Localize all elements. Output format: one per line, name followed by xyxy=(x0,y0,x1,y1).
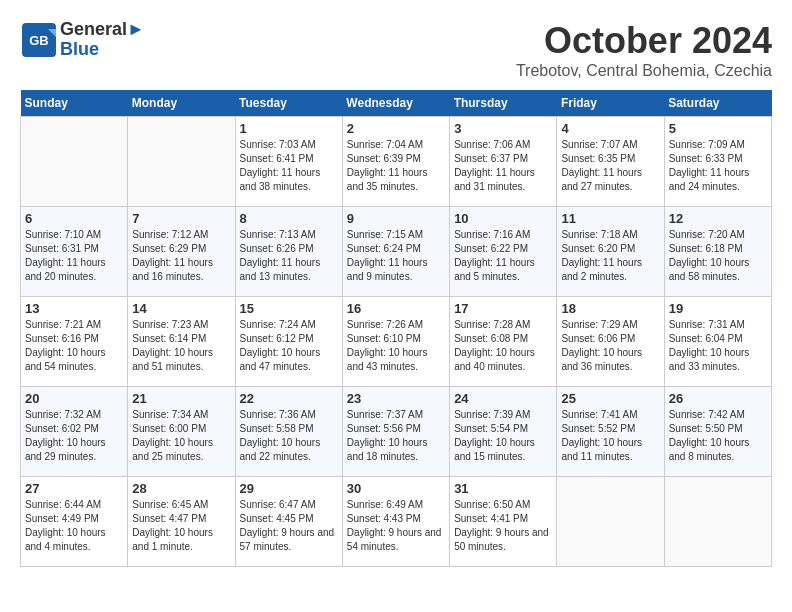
day-number: 22 xyxy=(240,391,338,406)
calendar-cell: 20Sunrise: 7:32 AM Sunset: 6:02 PM Dayli… xyxy=(21,387,128,477)
weekday-header-row: SundayMondayTuesdayWednesdayThursdayFrid… xyxy=(21,90,772,117)
calendar-cell: 11Sunrise: 7:18 AM Sunset: 6:20 PM Dayli… xyxy=(557,207,664,297)
calendar-cell: 6Sunrise: 7:10 AM Sunset: 6:31 PM Daylig… xyxy=(21,207,128,297)
day-number: 20 xyxy=(25,391,123,406)
day-number: 4 xyxy=(561,121,659,136)
calendar-cell: 12Sunrise: 7:20 AM Sunset: 6:18 PM Dayli… xyxy=(664,207,771,297)
day-number: 27 xyxy=(25,481,123,496)
calendar-cell: 16Sunrise: 7:26 AM Sunset: 6:10 PM Dayli… xyxy=(342,297,449,387)
calendar-table: SundayMondayTuesdayWednesdayThursdayFrid… xyxy=(20,90,772,567)
day-number: 14 xyxy=(132,301,230,316)
day-info: Sunrise: 7:09 AM Sunset: 6:33 PM Dayligh… xyxy=(669,138,767,194)
day-info: Sunrise: 7:23 AM Sunset: 6:14 PM Dayligh… xyxy=(132,318,230,374)
calendar-cell: 25Sunrise: 7:41 AM Sunset: 5:52 PM Dayli… xyxy=(557,387,664,477)
day-info: Sunrise: 7:06 AM Sunset: 6:37 PM Dayligh… xyxy=(454,138,552,194)
day-number: 18 xyxy=(561,301,659,316)
weekday-header-monday: Monday xyxy=(128,90,235,117)
weekday-header-saturday: Saturday xyxy=(664,90,771,117)
day-info: Sunrise: 7:13 AM Sunset: 6:26 PM Dayligh… xyxy=(240,228,338,284)
day-number: 6 xyxy=(25,211,123,226)
day-number: 25 xyxy=(561,391,659,406)
calendar-week-row: 20Sunrise: 7:32 AM Sunset: 6:02 PM Dayli… xyxy=(21,387,772,477)
day-number: 29 xyxy=(240,481,338,496)
calendar-cell: 4Sunrise: 7:07 AM Sunset: 6:35 PM Daylig… xyxy=(557,117,664,207)
weekday-header-tuesday: Tuesday xyxy=(235,90,342,117)
day-info: Sunrise: 7:18 AM Sunset: 6:20 PM Dayligh… xyxy=(561,228,659,284)
day-number: 19 xyxy=(669,301,767,316)
calendar-cell xyxy=(557,477,664,567)
day-info: Sunrise: 7:42 AM Sunset: 5:50 PM Dayligh… xyxy=(669,408,767,464)
day-info: Sunrise: 7:36 AM Sunset: 5:58 PM Dayligh… xyxy=(240,408,338,464)
logo: GB General► Blue xyxy=(20,20,145,60)
calendar-cell: 15Sunrise: 7:24 AM Sunset: 6:12 PM Dayli… xyxy=(235,297,342,387)
day-number: 13 xyxy=(25,301,123,316)
calendar-cell: 5Sunrise: 7:09 AM Sunset: 6:33 PM Daylig… xyxy=(664,117,771,207)
weekday-header-sunday: Sunday xyxy=(21,90,128,117)
day-info: Sunrise: 6:45 AM Sunset: 4:47 PM Dayligh… xyxy=(132,498,230,554)
day-info: Sunrise: 7:32 AM Sunset: 6:02 PM Dayligh… xyxy=(25,408,123,464)
day-info: Sunrise: 7:31 AM Sunset: 6:04 PM Dayligh… xyxy=(669,318,767,374)
day-info: Sunrise: 6:47 AM Sunset: 4:45 PM Dayligh… xyxy=(240,498,338,554)
day-info: Sunrise: 7:16 AM Sunset: 6:22 PM Dayligh… xyxy=(454,228,552,284)
day-number: 3 xyxy=(454,121,552,136)
day-number: 17 xyxy=(454,301,552,316)
day-number: 9 xyxy=(347,211,445,226)
day-number: 24 xyxy=(454,391,552,406)
day-info: Sunrise: 7:04 AM Sunset: 6:39 PM Dayligh… xyxy=(347,138,445,194)
svg-text:GB: GB xyxy=(29,33,49,48)
weekday-header-friday: Friday xyxy=(557,90,664,117)
day-info: Sunrise: 7:37 AM Sunset: 5:56 PM Dayligh… xyxy=(347,408,445,464)
calendar-cell: 22Sunrise: 7:36 AM Sunset: 5:58 PM Dayli… xyxy=(235,387,342,477)
day-number: 1 xyxy=(240,121,338,136)
day-info: Sunrise: 7:21 AM Sunset: 6:16 PM Dayligh… xyxy=(25,318,123,374)
day-info: Sunrise: 6:44 AM Sunset: 4:49 PM Dayligh… xyxy=(25,498,123,554)
day-number: 21 xyxy=(132,391,230,406)
day-info: Sunrise: 7:15 AM Sunset: 6:24 PM Dayligh… xyxy=(347,228,445,284)
calendar-week-row: 27Sunrise: 6:44 AM Sunset: 4:49 PM Dayli… xyxy=(21,477,772,567)
day-number: 5 xyxy=(669,121,767,136)
day-number: 8 xyxy=(240,211,338,226)
logo-line2: Blue xyxy=(60,40,145,60)
logo-icon: GB xyxy=(20,21,58,59)
calendar-cell: 8Sunrise: 7:13 AM Sunset: 6:26 PM Daylig… xyxy=(235,207,342,297)
calendar-cell: 18Sunrise: 7:29 AM Sunset: 6:06 PM Dayli… xyxy=(557,297,664,387)
calendar-cell: 9Sunrise: 7:15 AM Sunset: 6:24 PM Daylig… xyxy=(342,207,449,297)
day-info: Sunrise: 7:26 AM Sunset: 6:10 PM Dayligh… xyxy=(347,318,445,374)
calendar-cell: 1Sunrise: 7:03 AM Sunset: 6:41 PM Daylig… xyxy=(235,117,342,207)
calendar-cell: 10Sunrise: 7:16 AM Sunset: 6:22 PM Dayli… xyxy=(450,207,557,297)
day-number: 30 xyxy=(347,481,445,496)
day-info: Sunrise: 7:07 AM Sunset: 6:35 PM Dayligh… xyxy=(561,138,659,194)
calendar-cell: 13Sunrise: 7:21 AM Sunset: 6:16 PM Dayli… xyxy=(21,297,128,387)
day-info: Sunrise: 7:03 AM Sunset: 6:41 PM Dayligh… xyxy=(240,138,338,194)
calendar-week-row: 13Sunrise: 7:21 AM Sunset: 6:16 PM Dayli… xyxy=(21,297,772,387)
day-info: Sunrise: 7:28 AM Sunset: 6:08 PM Dayligh… xyxy=(454,318,552,374)
calendar-cell: 3Sunrise: 7:06 AM Sunset: 6:37 PM Daylig… xyxy=(450,117,557,207)
calendar-week-row: 1Sunrise: 7:03 AM Sunset: 6:41 PM Daylig… xyxy=(21,117,772,207)
day-number: 31 xyxy=(454,481,552,496)
calendar-cell: 24Sunrise: 7:39 AM Sunset: 5:54 PM Dayli… xyxy=(450,387,557,477)
calendar-cell: 31Sunrise: 6:50 AM Sunset: 4:41 PM Dayli… xyxy=(450,477,557,567)
calendar-cell: 7Sunrise: 7:12 AM Sunset: 6:29 PM Daylig… xyxy=(128,207,235,297)
day-info: Sunrise: 7:39 AM Sunset: 5:54 PM Dayligh… xyxy=(454,408,552,464)
day-info: Sunrise: 7:20 AM Sunset: 6:18 PM Dayligh… xyxy=(669,228,767,284)
title-block: October 2024 Trebotov, Central Bohemia, … xyxy=(516,20,772,80)
month-title: October 2024 xyxy=(516,20,772,62)
calendar-cell xyxy=(664,477,771,567)
weekday-header-thursday: Thursday xyxy=(450,90,557,117)
day-info: Sunrise: 7:10 AM Sunset: 6:31 PM Dayligh… xyxy=(25,228,123,284)
calendar-cell: 14Sunrise: 7:23 AM Sunset: 6:14 PM Dayli… xyxy=(128,297,235,387)
calendar-cell: 19Sunrise: 7:31 AM Sunset: 6:04 PM Dayli… xyxy=(664,297,771,387)
calendar-cell: 2Sunrise: 7:04 AM Sunset: 6:39 PM Daylig… xyxy=(342,117,449,207)
calendar-cell: 28Sunrise: 6:45 AM Sunset: 4:47 PM Dayli… xyxy=(128,477,235,567)
day-number: 15 xyxy=(240,301,338,316)
day-number: 11 xyxy=(561,211,659,226)
day-info: Sunrise: 7:34 AM Sunset: 6:00 PM Dayligh… xyxy=(132,408,230,464)
location: Trebotov, Central Bohemia, Czechia xyxy=(516,62,772,80)
calendar-cell xyxy=(128,117,235,207)
calendar-cell xyxy=(21,117,128,207)
calendar-cell: 17Sunrise: 7:28 AM Sunset: 6:08 PM Dayli… xyxy=(450,297,557,387)
day-info: Sunrise: 7:41 AM Sunset: 5:52 PM Dayligh… xyxy=(561,408,659,464)
calendar-cell: 23Sunrise: 7:37 AM Sunset: 5:56 PM Dayli… xyxy=(342,387,449,477)
day-number: 28 xyxy=(132,481,230,496)
calendar-cell: 29Sunrise: 6:47 AM Sunset: 4:45 PM Dayli… xyxy=(235,477,342,567)
